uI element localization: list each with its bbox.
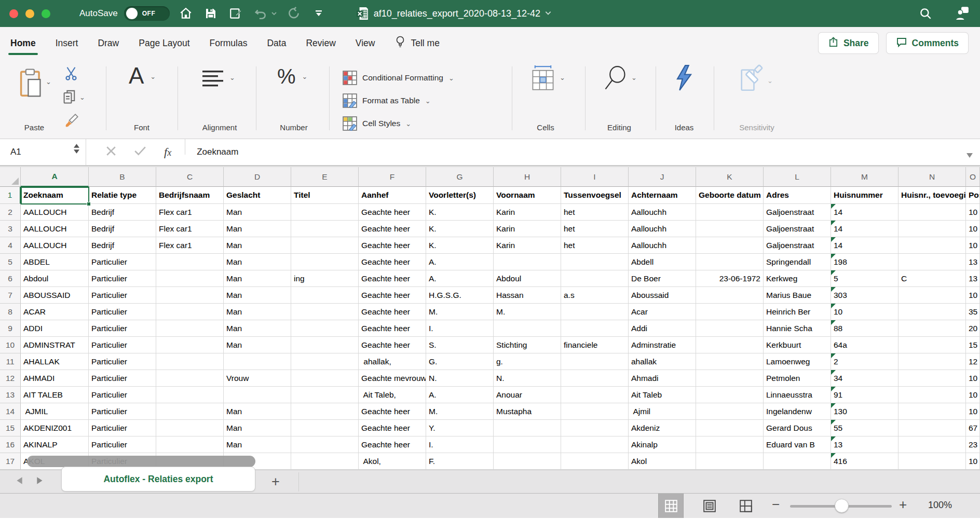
- cell-N7[interactable]: [899, 287, 966, 304]
- number-button[interactable]: % ⌄: [277, 64, 307, 88]
- cells-chevron-icon[interactable]: ⌄: [560, 74, 565, 81]
- cell-J11[interactable]: ahallak: [629, 353, 696, 370]
- cell-D16[interactable]: Man: [224, 436, 291, 453]
- cell-G16[interactable]: I.: [426, 436, 494, 453]
- cell-A13[interactable]: AIT TALEB: [21, 387, 89, 403]
- toolbar-options-icon[interactable]: [310, 5, 328, 22]
- undo-chevron-icon[interactable]: [270, 5, 278, 22]
- cell-E6[interactable]: ing: [291, 270, 359, 287]
- col-header-M[interactable]: M: [831, 167, 899, 187]
- cell-A2[interactable]: AALLOUCH: [21, 204, 89, 221]
- cell-N10[interactable]: [899, 337, 966, 353]
- cell-F17[interactable]: Akol,: [359, 453, 426, 470]
- cell-M1[interactable]: Huisnummer: [831, 187, 899, 204]
- copy-chevron-icon[interactable]: ⌄: [79, 93, 85, 101]
- cell-M9[interactable]: 88: [831, 320, 899, 337]
- search-icon[interactable]: [917, 5, 934, 22]
- cell-C11[interactable]: [156, 353, 224, 370]
- cell-G9[interactable]: I.: [426, 320, 494, 337]
- cell-E2[interactable]: [291, 204, 359, 221]
- save-as-icon[interactable]: [227, 5, 244, 22]
- cell-A5[interactable]: ABDEL: [21, 254, 89, 270]
- cell-L2[interactable]: Galjoenstraat: [764, 204, 831, 221]
- format-as-table-chevron-icon[interactable]: ⌄: [425, 97, 431, 105]
- name-box-stepper[interactable]: [74, 144, 79, 154]
- cell-O15[interactable]: 67: [966, 420, 980, 436]
- cell-M15[interactable]: 55: [831, 420, 899, 436]
- cell-G3[interactable]: K.: [426, 221, 494, 237]
- alignment-button[interactable]: ⌄: [201, 70, 235, 88]
- row-header-7[interactable]: 7: [0, 287, 21, 304]
- cell-M10[interactable]: 64a: [831, 337, 899, 353]
- cell-C15[interactable]: [156, 420, 224, 436]
- col-header-G[interactable]: G: [426, 167, 494, 187]
- cell-L13[interactable]: Linnaeusstra: [764, 387, 831, 403]
- cell-M17[interactable]: 416: [831, 453, 899, 470]
- cell-E5[interactable]: [291, 254, 359, 270]
- account-icon[interactable]: [953, 5, 971, 22]
- paste-button[interactable]: ⌄: [19, 69, 51, 98]
- cell-D11[interactable]: [224, 353, 291, 370]
- col-header-B[interactable]: B: [89, 167, 156, 187]
- cell-C9[interactable]: [156, 320, 224, 337]
- cell-O13[interactable]: 10: [966, 387, 980, 403]
- cell-B9[interactable]: Particulier: [89, 320, 156, 337]
- cell-D3[interactable]: Man: [224, 221, 291, 237]
- cell-H4[interactable]: Karin: [494, 237, 561, 254]
- row-header-1[interactable]: 1: [0, 187, 21, 204]
- cell-D6[interactable]: Man: [224, 270, 291, 287]
- close-window-button[interactable]: [9, 9, 18, 18]
- horizontal-scrollbar[interactable]: [27, 456, 255, 467]
- conditional-formatting-chevron-icon[interactable]: ⌄: [448, 74, 454, 82]
- cell-A10[interactable]: ADMINSTRAT: [21, 337, 89, 353]
- tell-me[interactable]: Tell me: [394, 35, 439, 51]
- col-header-J[interactable]: J: [629, 167, 696, 187]
- editing-chevron-icon[interactable]: ⌄: [631, 74, 637, 81]
- cell-G8[interactable]: M.: [426, 304, 494, 320]
- cell-A11[interactable]: AHALLAK: [21, 353, 89, 370]
- cell-E3[interactable]: [291, 221, 359, 237]
- cell-N13[interactable]: [899, 387, 966, 403]
- cell-D5[interactable]: Man: [224, 254, 291, 270]
- row-header-6[interactable]: 6: [0, 270, 21, 287]
- zoom-out-button[interactable]: −: [772, 497, 780, 513]
- cell-I4[interactable]: het: [561, 237, 629, 254]
- cell-L1[interactable]: Adres: [764, 187, 831, 204]
- cell-L14[interactable]: Ingelandenw: [764, 403, 831, 420]
- cell-H9[interactable]: [494, 320, 561, 337]
- cell-M16[interactable]: 13: [831, 436, 899, 453]
- cell-K15[interactable]: [696, 420, 764, 436]
- cell-E16[interactable]: [291, 436, 359, 453]
- cell-G12[interactable]: N.: [426, 370, 494, 387]
- col-header-N[interactable]: N: [899, 167, 966, 187]
- cell-G4[interactable]: K.: [426, 237, 494, 254]
- comments-button[interactable]: Comments: [886, 32, 969, 54]
- cell-F9[interactable]: Geachte heer: [359, 320, 426, 337]
- title-chevron-icon[interactable]: [545, 8, 552, 19]
- page-layout-view-button[interactable]: [697, 494, 722, 518]
- formula-bar-expand-icon[interactable]: [967, 151, 973, 160]
- cell-D15[interactable]: Man: [224, 420, 291, 436]
- cell-M8[interactable]: 10: [831, 304, 899, 320]
- cell-G2[interactable]: K.: [426, 204, 494, 221]
- cell-J8[interactable]: Acar: [629, 304, 696, 320]
- cell-B2[interactable]: Bedrijf: [89, 204, 156, 221]
- cell-J6[interactable]: De Boer: [629, 270, 696, 287]
- cell-J9[interactable]: Addi: [629, 320, 696, 337]
- cell-L3[interactable]: Galjoenstraat: [764, 221, 831, 237]
- cell-D12[interactable]: Vrouw: [224, 370, 291, 387]
- cell-I5[interactable]: [561, 254, 629, 270]
- cell-O14[interactable]: 10: [966, 403, 980, 420]
- number-chevron-icon[interactable]: ⌄: [302, 73, 308, 80]
- cell-H3[interactable]: Karin: [494, 221, 561, 237]
- cell-G1[interactable]: Voorletter(s): [426, 187, 494, 204]
- ribbon-tab-data[interactable]: Data: [267, 38, 286, 49]
- cell-K2[interactable]: [696, 204, 764, 221]
- col-header-H[interactable]: H: [494, 167, 561, 187]
- paste-chevron-icon[interactable]: ⌄: [46, 78, 51, 86]
- cell-L7[interactable]: Marius Baue: [764, 287, 831, 304]
- cell-D8[interactable]: Man: [224, 304, 291, 320]
- ideas-button[interactable]: [673, 64, 696, 91]
- cell-I8[interactable]: [561, 304, 629, 320]
- cell-D4[interactable]: Man: [224, 237, 291, 254]
